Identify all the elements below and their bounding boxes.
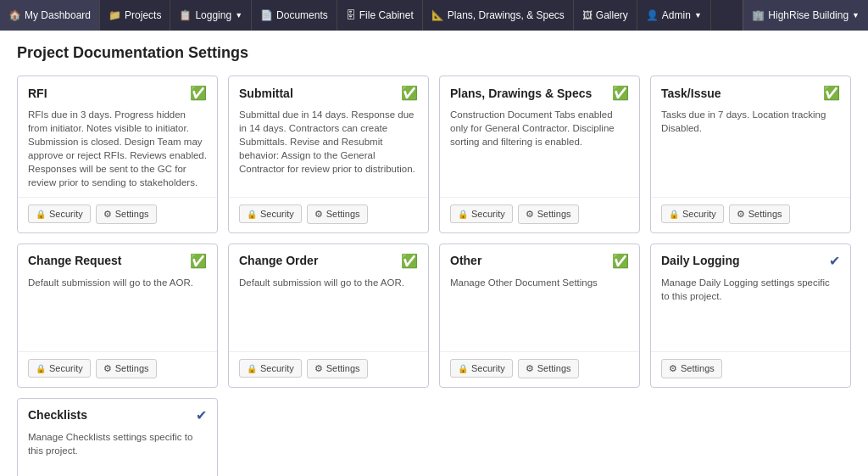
nav-admin[interactable]: 👤 Admin ▼ <box>637 0 711 31</box>
card-body: Manage Checklists settings specific to t… <box>18 427 217 476</box>
admin-icon: 👤 <box>646 9 659 21</box>
nav-logging[interactable]: 📋 Logging ▼ <box>170 0 252 31</box>
page-title: Project Documentation Settings <box>17 44 851 62</box>
nav-logging-label: Logging <box>195 9 231 21</box>
security-button[interactable]: Security <box>28 204 91 223</box>
security-button[interactable]: Security <box>450 359 513 378</box>
admin-dropdown-icon: ▼ <box>694 11 702 20</box>
card-title: Other <box>450 254 481 267</box>
nav-gallery-label: Gallery <box>596 9 628 21</box>
card-header: Checklists ✔ <box>18 399 217 427</box>
security-button[interactable]: Security <box>239 204 302 223</box>
check-icon: ✅ <box>823 85 840 101</box>
card-footer: SecuritySettings <box>18 197 217 232</box>
settings-button[interactable]: Settings <box>518 359 579 378</box>
security-button[interactable]: Security <box>450 204 513 223</box>
card-header: Plans, Drawings & Specs ✅ <box>440 76 639 104</box>
nav-plans[interactable]: 📐 Plans, Drawings, & Specs <box>423 0 574 31</box>
settings-button[interactable]: Settings <box>661 359 722 378</box>
top-navigation: 🏠 My Dashboard 📁 Projects 📋 Logging ▼ 📄 … <box>0 0 868 31</box>
nav-documents-label: Documents <box>276 9 328 21</box>
card-body: Default submission will go to the AOR. <box>18 272 217 351</box>
card-body: Construction Document Tabs enabled only … <box>440 104 639 197</box>
dashboard-icon: 🏠 <box>8 9 21 21</box>
settings-button[interactable]: Settings <box>518 204 579 224</box>
card-header: Other ✅ <box>440 244 639 272</box>
settings-button[interactable]: Settings <box>729 204 790 224</box>
check-icon: ✔ <box>829 253 840 269</box>
security-button[interactable]: Security <box>28 359 91 378</box>
card-title: RFI <box>28 87 47 100</box>
lock-icon <box>669 209 679 219</box>
projects-icon: 📁 <box>108 9 121 21</box>
nav-admin-label: Admin <box>662 9 691 21</box>
card-title: Checklists <box>28 408 87 422</box>
card-header: Change Order ✅ <box>229 244 428 272</box>
gear-icon <box>314 209 323 220</box>
nav-projects-label: Projects <box>125 9 161 21</box>
card-task-issue: Task/Issue ✅ Tasks due in 7 days. Locati… <box>650 76 851 233</box>
cards-grid: RFI ✅ RFIs due in 3 days. Progress hidde… <box>17 76 851 476</box>
nav-documents[interactable]: 📄 Documents <box>252 0 337 31</box>
card-header: Submittal ✅ <box>229 76 428 104</box>
lock-icon <box>36 209 46 219</box>
nav-file-cabinet-label: File Cabinet <box>359 9 414 21</box>
check-icon: ✅ <box>190 253 207 269</box>
card-footer: SecuritySettings <box>440 351 639 387</box>
card-change-order: Change Order ✅ Default submission will g… <box>228 244 429 388</box>
settings-button[interactable]: Settings <box>96 359 157 378</box>
nav-file-cabinet[interactable]: 🗄 File Cabinet <box>337 0 423 31</box>
card-header: Change Request ✅ <box>18 244 217 272</box>
gear-icon <box>103 363 112 374</box>
card-change-request: Change Request ✅ Default submission will… <box>17 244 218 388</box>
lock-icon <box>247 209 257 219</box>
card-title: Daily Logging <box>661 254 740 267</box>
security-button[interactable]: Security <box>239 359 302 378</box>
card-body: Submittal due in 14 days. Response due i… <box>229 104 428 197</box>
page-content: Project Documentation Settings RFI ✅ RFI… <box>0 31 868 476</box>
card-daily-logging: Daily Logging ✔ Manage Daily Logging set… <box>650 244 851 388</box>
card-plans-drawings: Plans, Drawings & Specs ✅ Construction D… <box>439 76 640 233</box>
card-title: Task/Issue <box>661 87 721 100</box>
gear-icon <box>669 363 677 374</box>
card-checklists: Checklists ✔ Manage Checklists settings … <box>17 398 218 476</box>
card-body: Tasks due in 7 days. Location tracking D… <box>651 104 850 197</box>
gallery-icon: 🖼 <box>582 9 593 21</box>
settings-button[interactable]: Settings <box>307 204 368 224</box>
check-icon: ✅ <box>190 85 207 101</box>
nav-dashboard[interactable]: 🏠 My Dashboard <box>0 0 100 31</box>
gear-icon <box>737 209 745 220</box>
lock-icon <box>36 363 46 373</box>
nav-gallery[interactable]: 🖼 Gallery <box>574 0 637 31</box>
card-rfi: RFI ✅ RFIs due in 3 days. Progress hidde… <box>17 76 218 233</box>
nav-projects[interactable]: 📁 Projects <box>100 0 170 31</box>
settings-button[interactable]: Settings <box>96 204 157 224</box>
card-body: Manage Other Document Settings <box>440 272 639 351</box>
check-icon: ✔ <box>196 407 207 423</box>
card-title: Submittal <box>239 87 293 100</box>
card-header: Task/Issue ✅ <box>651 76 850 104</box>
card-header: Daily Logging ✔ <box>651 244 850 272</box>
lock-icon <box>458 363 468 373</box>
card-header: RFI ✅ <box>18 76 217 104</box>
check-icon: ✅ <box>612 85 629 101</box>
card-body: Manage Daily Logging settings specific t… <box>651 272 850 351</box>
card-title: Plans, Drawings & Specs <box>450 87 592 100</box>
nav-plans-label: Plans, Drawings, & Specs <box>448 9 565 21</box>
gear-icon <box>314 363 323 374</box>
nav-dashboard-label: My Dashboard <box>25 9 91 21</box>
security-button[interactable]: Security <box>661 204 724 223</box>
documents-icon: 📄 <box>260 9 273 21</box>
card-body: Default submission will go to the AOR. <box>229 272 428 351</box>
gear-icon <box>526 363 534 374</box>
nav-building[interactable]: 🏢 HighRise Building ▼ <box>743 0 868 31</box>
card-submittal: Submittal ✅ Submittal due in 14 days. Re… <box>228 76 429 233</box>
card-footer: SecuritySettings <box>440 197 639 232</box>
file-cabinet-icon: 🗄 <box>346 9 356 21</box>
card-footer: SecuritySettings <box>229 351 428 387</box>
plans-icon: 📐 <box>431 9 444 21</box>
check-icon: ✅ <box>612 253 629 269</box>
card-footer: Settings <box>651 351 850 387</box>
building-name: HighRise Building <box>768 9 849 21</box>
settings-button[interactable]: Settings <box>307 359 368 378</box>
